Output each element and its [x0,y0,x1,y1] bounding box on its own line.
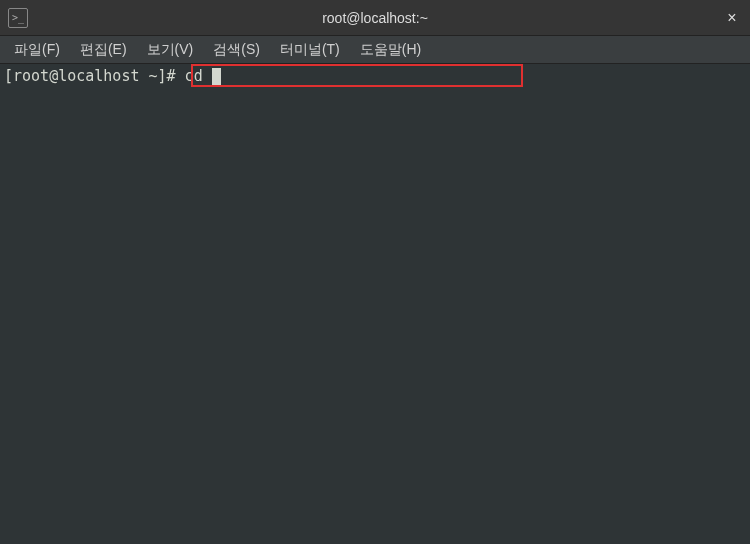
terminal-prompt: [root@localhost ~]# cd [4,67,212,85]
titlebar: >_ root@localhost:~ × [0,0,750,36]
menubar: 파일(F) 편집(E) 보기(V) 검색(S) 터미널(T) 도움말(H) [0,36,750,64]
terminal-area[interactable]: [root@localhost ~]# cd [0,64,750,544]
menu-search[interactable]: 검색(S) [203,37,270,63]
menu-view[interactable]: 보기(V) [137,37,204,63]
menu-edit[interactable]: 편집(E) [70,37,137,63]
menu-terminal[interactable]: 터미널(T) [270,37,350,63]
close-button[interactable]: × [722,8,742,28]
window-title: root@localhost:~ [322,10,428,26]
terminal-cursor [212,68,221,85]
terminal-icon-glyph: >_ [12,12,24,23]
menu-help[interactable]: 도움말(H) [350,37,431,63]
terminal-icon: >_ [8,8,28,28]
menu-file[interactable]: 파일(F) [4,37,70,63]
terminal-line: [root@localhost ~]# cd [4,66,746,86]
